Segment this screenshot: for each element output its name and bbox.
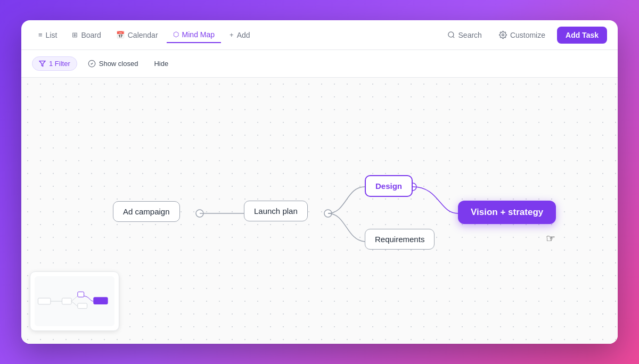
svg-rect-12 bbox=[62, 298, 72, 304]
app-window: ≡ List ⊞ Board 📅 Calendar ⬡ Mind Map + A… bbox=[21, 20, 618, 344]
tab-calendar-label: Calendar bbox=[128, 31, 158, 39]
svg-marker-2 bbox=[39, 61, 45, 67]
node-requirements[interactable]: Requirements bbox=[365, 229, 435, 250]
search-label: Search bbox=[458, 31, 482, 39]
plus-icon: + bbox=[230, 31, 234, 39]
node-vision-strategy-box: Vision + strategy bbox=[458, 201, 556, 224]
show-closed-label: Show closed bbox=[99, 60, 138, 68]
node-launch-plan-label: Launch plan bbox=[254, 206, 298, 216]
node-requirements-label: Requirements bbox=[375, 235, 424, 244]
show-closed-button[interactable]: Show closed bbox=[83, 57, 144, 70]
search-icon bbox=[447, 31, 455, 39]
node-ad-campaign-box: Ad campaign bbox=[113, 201, 180, 222]
svg-rect-11 bbox=[38, 298, 51, 304]
check-circle-icon bbox=[88, 60, 96, 68]
search-button[interactable]: Search bbox=[442, 28, 487, 43]
minimap bbox=[30, 271, 119, 331]
tab-mindmap-label: Mind Map bbox=[182, 30, 215, 39]
node-design-label: Design bbox=[375, 181, 402, 191]
filter-button[interactable]: 1 Filter bbox=[32, 56, 77, 71]
tab-add[interactable]: + Add bbox=[223, 28, 257, 43]
svg-rect-13 bbox=[78, 292, 84, 297]
node-launch-plan-box: Launch plan bbox=[244, 201, 308, 221]
node-vision-strategy-label: Vision + strategy bbox=[471, 207, 543, 217]
top-nav: ≡ List ⊞ Board 📅 Calendar ⬡ Mind Map + A… bbox=[21, 20, 618, 50]
svg-point-0 bbox=[448, 32, 453, 37]
customize-label: Customize bbox=[510, 31, 545, 39]
tab-list-label: List bbox=[46, 31, 58, 39]
list-icon: ≡ bbox=[38, 31, 43, 39]
tab-calendar[interactable]: 📅 Calendar bbox=[110, 28, 165, 43]
gear-icon bbox=[499, 31, 507, 39]
node-design-box: Design bbox=[365, 175, 413, 197]
filter-label: 1 Filter bbox=[49, 60, 70, 68]
hide-button[interactable]: Hide bbox=[149, 57, 174, 70]
node-vision-strategy[interactable]: Vision + strategy bbox=[458, 201, 556, 224]
tab-board[interactable]: ⊞ Board bbox=[65, 28, 107, 43]
minimap-inner bbox=[35, 276, 114, 326]
canvas[interactable]: Ad campaign Launch plan Design Requireme… bbox=[21, 78, 618, 344]
svg-point-1 bbox=[502, 34, 504, 36]
node-ad-campaign-label: Ad campaign bbox=[123, 207, 170, 216]
board-icon: ⊞ bbox=[72, 31, 78, 39]
calendar-icon: 📅 bbox=[116, 31, 125, 39]
customize-button[interactable]: Customize bbox=[494, 28, 551, 43]
svg-rect-14 bbox=[78, 303, 87, 309]
add-task-button[interactable]: Add Task bbox=[557, 27, 607, 44]
svg-line-10 bbox=[71, 301, 78, 307]
node-ad-campaign[interactable]: Ad campaign bbox=[113, 201, 180, 222]
tab-add-label: Add bbox=[237, 31, 250, 39]
tab-mindmap[interactable]: ⬡ Mind Map bbox=[167, 27, 221, 43]
filter-icon bbox=[39, 60, 46, 67]
svg-line-9 bbox=[71, 296, 78, 301]
svg-rect-15 bbox=[93, 297, 108, 304]
tab-board-label: Board bbox=[81, 31, 101, 39]
toolbar: 1 Filter Show closed Hide bbox=[21, 50, 618, 78]
minimap-svg bbox=[35, 276, 114, 326]
nav-right: Search Customize Add Task bbox=[442, 27, 607, 44]
node-requirements-box: Requirements bbox=[365, 229, 435, 250]
tab-list[interactable]: ≡ List bbox=[32, 28, 63, 43]
node-design[interactable]: Design bbox=[365, 175, 413, 197]
mindmap-icon: ⬡ bbox=[173, 30, 179, 38]
node-launch-plan[interactable]: Launch plan bbox=[244, 201, 308, 221]
